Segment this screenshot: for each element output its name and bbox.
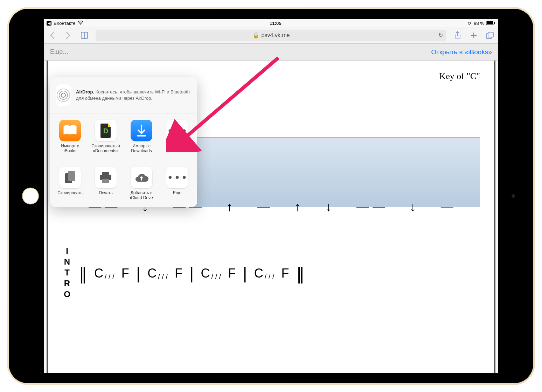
more-button[interactable]: Еще... bbox=[50, 48, 68, 56]
chord: C bbox=[201, 266, 210, 281]
downloads-icon bbox=[131, 120, 152, 141]
share-app-downloads[interactable]: Импорт с Downloads bbox=[127, 120, 156, 154]
svg-rect-3 bbox=[494, 22, 495, 24]
home-button[interactable] bbox=[22, 188, 39, 204]
intro-label: INTRO bbox=[62, 246, 72, 300]
intro-row: INTRO ‖ C / / / F | C / / / F | C / / / … bbox=[62, 246, 480, 300]
svg-rect-13 bbox=[102, 172, 109, 175]
airdrop-section[interactable]: AirDrop. Коснитесь, чтобы включить Wi-Fi… bbox=[50, 77, 197, 113]
action-label: Добавить в iCloud Drive bbox=[127, 190, 156, 201]
dash: — — bbox=[356, 200, 385, 214]
carrier-label: ВКонтакте bbox=[54, 21, 76, 26]
lock-icon: 🔒 bbox=[252, 32, 259, 38]
action-label: Скопировать bbox=[57, 190, 83, 195]
action-row: Скопировать Печать Добавить в iCloud Dri… bbox=[50, 160, 197, 207]
copy-icon bbox=[59, 167, 81, 188]
open-in-ibooks-button[interactable]: Открыть в «iBooks» bbox=[431, 48, 492, 56]
icloud-icon bbox=[131, 167, 152, 188]
url-host: psv4.vk.me bbox=[262, 32, 290, 38]
app-label: Импорт с Downloads bbox=[127, 144, 156, 154]
svg-point-0 bbox=[80, 24, 81, 24]
share-app-more[interactable]: • • • Еще bbox=[163, 120, 192, 154]
action-label: Печать bbox=[99, 190, 112, 195]
chord: C bbox=[94, 266, 103, 281]
wifi-icon bbox=[78, 21, 83, 26]
chord: C bbox=[254, 266, 263, 281]
back-to-app-icon[interactable]: ◀ bbox=[47, 21, 51, 26]
battery-icon bbox=[486, 21, 495, 26]
svg-point-7 bbox=[59, 91, 68, 99]
action-print[interactable]: Печать bbox=[91, 167, 120, 201]
action-icloud[interactable]: Добавить в iCloud Drive bbox=[127, 167, 156, 201]
share-sheet-popover: AirDrop. Коснитесь, чтобы включить Wi-Fi… bbox=[50, 77, 197, 207]
chord: F bbox=[121, 266, 129, 281]
reload-button[interactable]: ↻ bbox=[438, 32, 443, 38]
tabs-button[interactable] bbox=[485, 30, 495, 40]
chord: C bbox=[147, 266, 157, 281]
svg-rect-5 bbox=[488, 32, 493, 37]
more-icon: • • • bbox=[166, 120, 188, 141]
svg-rect-2 bbox=[487, 21, 493, 24]
document-bar: Еще... Открыть в «iBooks» bbox=[44, 44, 498, 61]
app-label: Скопировать в «Documents» bbox=[91, 144, 120, 154]
airdrop-text: AirDrop. Коснитесь, чтобы включить Wi-Fi… bbox=[76, 89, 192, 102]
action-label: Еще bbox=[173, 190, 181, 195]
bookmarks-button[interactable] bbox=[79, 30, 89, 40]
more-icon: • • • bbox=[166, 167, 188, 188]
share-app-documents[interactable]: D Скопировать в «Documents» bbox=[91, 120, 120, 154]
status-bar: ◀ ВКонтакте 11:05 ⟳ 88 % bbox=[44, 19, 498, 27]
screen: ◀ ВКонтакте 11:05 ⟳ 88 % bbox=[44, 19, 498, 373]
print-icon bbox=[95, 167, 117, 188]
safari-toolbar: 🔒 psv4.vk.me ↻ bbox=[44, 27, 498, 44]
dash: — bbox=[441, 200, 453, 214]
airdrop-title: AirDrop. bbox=[76, 89, 94, 94]
svg-point-6 bbox=[61, 93, 65, 97]
arrow-up-icon: ↑ bbox=[294, 200, 301, 214]
ipad-frame: ◀ ВКонтакте 11:05 ⟳ 88 % bbox=[7, 7, 535, 385]
clock: 11:05 bbox=[270, 21, 281, 26]
orientation-lock-icon: ⟳ bbox=[468, 21, 472, 26]
arrow-down-icon: ↓ bbox=[410, 200, 416, 214]
share-app-ibooks[interactable]: Импорт с iBooks bbox=[56, 120, 84, 154]
svg-rect-12 bbox=[68, 171, 75, 181]
app-label: Импорт с iBooks bbox=[56, 144, 84, 154]
documents-icon: D bbox=[95, 120, 117, 141]
back-button[interactable] bbox=[47, 30, 57, 40]
action-copy[interactable]: Скопировать bbox=[56, 167, 84, 201]
airdrop-icon bbox=[56, 84, 71, 106]
front-camera bbox=[512, 194, 515, 198]
battery-percentage: 88 % bbox=[474, 21, 484, 26]
svg-text:D: D bbox=[103, 127, 108, 135]
forward-button[interactable] bbox=[63, 30, 73, 40]
svg-rect-15 bbox=[102, 179, 109, 183]
ipad-bezel: ◀ ВКонтакте 11:05 ⟳ 88 % bbox=[9, 9, 533, 383]
chord: F bbox=[228, 266, 236, 281]
dash: — bbox=[257, 200, 270, 214]
new-tab-button[interactable] bbox=[469, 30, 479, 40]
chord: F bbox=[282, 266, 289, 281]
chord: F bbox=[175, 266, 182, 281]
arrow-up-icon: ↑ bbox=[226, 200, 232, 214]
arrow-down-icon: ↓ bbox=[326, 200, 332, 214]
app-label: Еще bbox=[173, 144, 181, 148]
ibooks-icon bbox=[59, 120, 81, 141]
app-row: Импорт с iBooks D Скопировать в «Documen… bbox=[50, 113, 197, 160]
url-bar[interactable]: 🔒 psv4.vk.me ↻ bbox=[96, 30, 446, 41]
share-button[interactable] bbox=[453, 30, 463, 40]
action-more[interactable]: • • • Еще bbox=[163, 167, 192, 201]
